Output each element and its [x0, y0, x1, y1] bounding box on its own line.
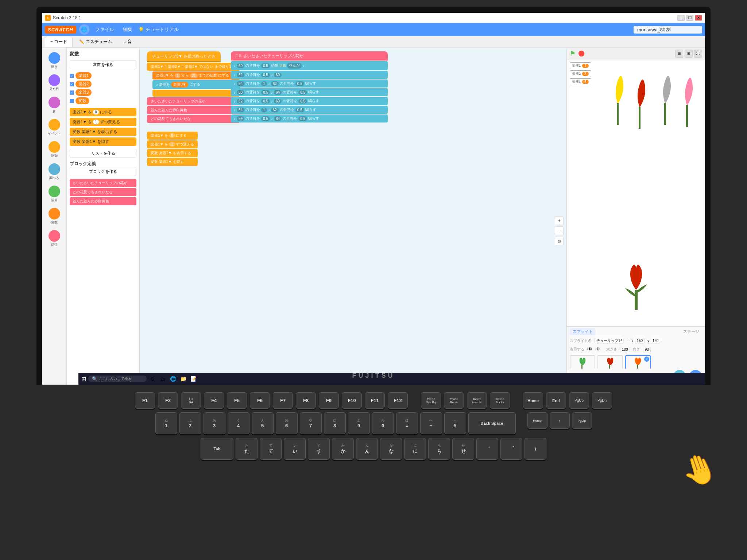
- fullscreen-button[interactable]: ⛶: [694, 50, 702, 58]
- menu-edit[interactable]: 編集: [120, 25, 135, 34]
- tutorial-button[interactable]: 💡 チュートリアル: [138, 26, 179, 33]
- key-o[interactable]: らら: [428, 438, 450, 460]
- key-f8[interactable]: F8: [296, 392, 316, 409]
- key-bracket-open[interactable]: ゛: [476, 438, 498, 460]
- key-yen[interactable]: ー¥: [444, 412, 466, 434]
- key-5[interactable]: え5: [252, 412, 274, 434]
- key-r[interactable]: すす: [308, 438, 330, 460]
- small-stage-button[interactable]: ⊟: [675, 50, 683, 58]
- set-0-block[interactable]: 楽器1▼ を 0 にする: [147, 132, 198, 140]
- zoom-fit-button[interactable]: ⊡: [555, 237, 564, 245]
- music-64b-block[interactable]: ♪ 64 の音符を 1 ♪ 62 の音符を 0.5 鳴らす: [231, 106, 388, 114]
- key-4[interactable]: う4: [228, 412, 249, 434]
- change-var-block[interactable]: 楽器1▼ を 1 ずつ変える: [70, 118, 136, 126]
- key-f3[interactable]: F3GA: [181, 392, 201, 409]
- key-f12[interactable]: F12: [388, 392, 408, 409]
- stage-tab[interactable]: ステージ: [680, 328, 702, 335]
- key-tab[interactable]: Tab: [201, 438, 233, 460]
- task-icon-3[interactable]: 🌐: [169, 375, 177, 382]
- key-end[interactable]: End: [546, 392, 566, 409]
- tab-sound[interactable]: ♪ 音: [119, 37, 137, 46]
- def-saita-block[interactable]: 定義 さいたさいたチューリップの花が: [231, 51, 388, 61]
- key-delete[interactable]: DeleteScr Lk: [490, 392, 510, 409]
- task-icon-2[interactable]: 🗂: [159, 375, 166, 382]
- key-backspace[interactable]: Back Space: [468, 412, 516, 434]
- task-icon-5[interactable]: 📝: [190, 375, 197, 382]
- var-block-1[interactable]: 楽器1: [76, 72, 92, 79]
- var-block-3[interactable]: 楽器3: [76, 89, 92, 96]
- key-backslash[interactable]: \: [525, 438, 546, 460]
- key-f9[interactable]: F9: [319, 392, 339, 409]
- key-f1[interactable]: F1: [135, 392, 155, 409]
- large-stage-button[interactable]: ⊞: [685, 50, 693, 58]
- task-icon-4[interactable]: 📁: [179, 375, 187, 382]
- key-f6[interactable]: F6: [250, 392, 270, 409]
- saita-block-1[interactable]: さいたさいたチューリップの花が: [147, 97, 240, 105]
- key-y[interactable]: んん: [356, 438, 378, 460]
- key-f7[interactable]: F7: [273, 392, 293, 409]
- set-var-block[interactable]: 楽器1▼ を 0 にする: [70, 108, 136, 116]
- key-e[interactable]: いい: [284, 438, 306, 460]
- music-62b-block[interactable]: ♪ 62 の音符を 0.5 ♪ 60 の音符を 0.5 鳴らす: [231, 97, 388, 105]
- repeat-block[interactable]: 楽器1▼ = 楽器2▼ = 楽器3▼ ではない まで繰り返す: [147, 63, 240, 71]
- zoom-in-button[interactable]: +: [555, 216, 564, 225]
- key-f2[interactable]: F2: [158, 392, 178, 409]
- key-f5[interactable]: F5: [227, 392, 247, 409]
- custom-block-2[interactable]: どの花見てもきれいだな: [70, 188, 136, 196]
- sprite-thumb-3[interactable]: × チューリ: [625, 355, 651, 369]
- custom-block-1[interactable]: さいたさいたチューリップの花が: [70, 179, 136, 187]
- music-60-block[interactable]: ♪ 60 の音符を 0.5 拍鳴 定義 並んだ ♪: [231, 61, 388, 70]
- make-variable-button[interactable]: 変数を作る: [70, 60, 136, 69]
- key-w[interactable]: てて: [260, 438, 282, 460]
- key-t[interactable]: かか: [332, 438, 354, 460]
- music-60b-block[interactable]: ♪ 60 の音符を 0.5 ♪ 64 の音符を 0.5 鳴らす: [231, 88, 388, 96]
- show-var-block[interactable]: 変数 楽器1▼ を表示する: [70, 128, 136, 136]
- key-numpad-pgup[interactable]: PgUp: [572, 412, 592, 429]
- music-69-block[interactable]: ♪ 69 の音符を 0.5 ♪ 64 の音符を 0.5 鳴らす: [231, 114, 388, 122]
- key-0[interactable]: わ0: [372, 412, 394, 434]
- set-instrument-block[interactable]: ♪ 楽器を 楽器3▼ にする: [152, 80, 240, 89]
- key-f10[interactable]: F10: [342, 392, 362, 409]
- hidden-eye-icon[interactable]: 👁: [595, 346, 600, 352]
- key-pgdn[interactable]: PgDn: [592, 392, 612, 409]
- key-numpad-up[interactable]: ↑: [550, 412, 570, 429]
- key-9[interactable]: よ9: [348, 412, 370, 434]
- sidebar-item-myblocks[interactable]: 拡張: [43, 229, 65, 249]
- dono-hana-block[interactable]: どの花見てもきれいだな: [147, 115, 240, 123]
- visible-eye-icon[interactable]: 👁: [587, 346, 592, 352]
- green-flag-button[interactable]: ⚑: [570, 50, 576, 58]
- key-6[interactable]: お6: [276, 412, 298, 434]
- key-1[interactable]: ぬ1: [155, 412, 177, 434]
- restore-button[interactable]: ❐: [686, 15, 693, 21]
- hide-block[interactable]: 変数 楽器1▼ を隠す: [147, 158, 198, 166]
- search-bar[interactable]: 🔍 ここに入力して検索: [88, 376, 147, 382]
- task-icon-1[interactable]: ⊙: [149, 375, 156, 382]
- key-numpad-home[interactable]: Home: [527, 412, 547, 429]
- hide-var-block[interactable]: 変数 楽器1▼ を隠す: [70, 137, 136, 146]
- key-q[interactable]: たた: [236, 438, 258, 460]
- var-block-2[interactable]: 楽器2: [76, 81, 92, 88]
- stop-button[interactable]: [578, 51, 584, 57]
- hat-block[interactable]: チューリップ3▼ を拡げ終ったとき: [147, 51, 221, 62]
- key-u[interactable]: なな: [380, 438, 402, 460]
- language-button[interactable]: 🌐: [79, 24, 89, 35]
- key-equals[interactable]: へ~: [420, 412, 442, 434]
- key-8[interactable]: ゆ8: [324, 412, 346, 434]
- menu-file[interactable]: ファイル: [92, 25, 117, 34]
- zoom-out-button[interactable]: −: [555, 226, 564, 235]
- code-area[interactable]: チューリップ3▼ を拡げ終ったとき 楽器1▼ = 楽器2▼ = 楽器3▼ ではな…: [140, 48, 566, 385]
- key-bracket-close[interactable]: ゜: [500, 438, 522, 460]
- sprite-thumb-1[interactable]: チューリ: [570, 355, 595, 369]
- show-block[interactable]: 変数 楽器1▼ を表示する: [147, 149, 198, 157]
- key-p[interactable]: せせ: [452, 438, 474, 460]
- username-field[interactable]: [634, 26, 702, 34]
- tab-costume[interactable]: ✏️ コスチューム: [74, 37, 117, 46]
- key-home[interactable]: Home: [523, 392, 543, 409]
- key-f4[interactable]: F4: [204, 392, 224, 409]
- key-f11[interactable]: F11: [365, 392, 385, 409]
- set-random-block[interactable]: 楽器3▼ を 1 から 21 までの乱数 にする: [152, 71, 240, 79]
- windows-logo[interactable]: ⊞: [81, 376, 86, 382]
- key-insert[interactable]: InsertNum Ix: [467, 392, 487, 409]
- key-minus[interactable]: ほ=: [396, 412, 418, 434]
- sprite-name-input[interactable]: [595, 338, 624, 343]
